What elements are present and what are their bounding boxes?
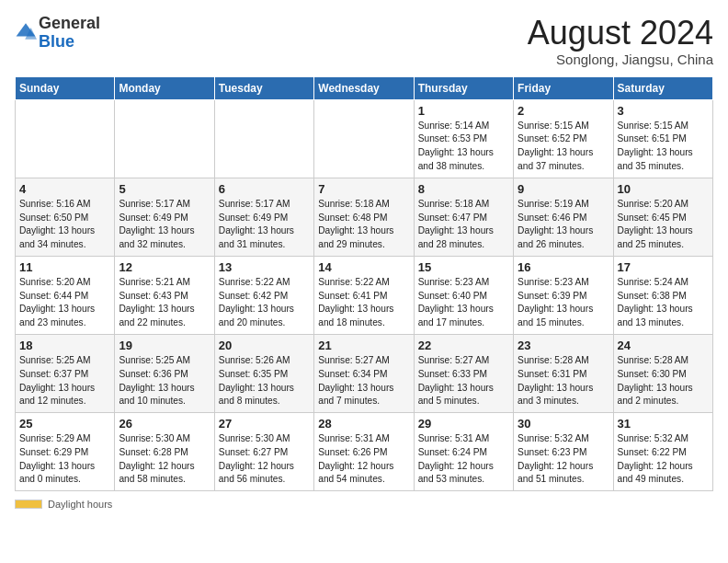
day-number: 3: [618, 104, 709, 118]
day-number: 12: [119, 260, 210, 274]
day-number: 13: [219, 260, 310, 274]
day-info: Sunrise: 5:18 AM Sunset: 6:47 PM Dayligh…: [418, 198, 509, 252]
calendar-cell: 24Sunrise: 5:28 AM Sunset: 6:30 PM Dayli…: [613, 334, 712, 412]
day-info: Sunrise: 5:28 AM Sunset: 6:31 PM Dayligh…: [518, 354, 609, 408]
day-number: 26: [119, 417, 210, 431]
calendar-cell: 5Sunrise: 5:17 AM Sunset: 6:49 PM Daylig…: [115, 178, 214, 256]
calendar-cell: 28Sunrise: 5:31 AM Sunset: 6:26 PM Dayli…: [314, 413, 414, 491]
weekday-header-tuesday: Tuesday: [214, 76, 313, 99]
calendar-cell: 4Sunrise: 5:16 AM Sunset: 6:50 PM Daylig…: [16, 178, 115, 256]
day-info: Sunrise: 5:27 AM Sunset: 6:33 PM Dayligh…: [418, 354, 509, 408]
day-info: Sunrise: 5:23 AM Sunset: 6:40 PM Dayligh…: [418, 276, 509, 330]
page-container: General Blue August 2024 Songlong, Jiang…: [15, 15, 713, 510]
day-number: 24: [618, 339, 709, 352]
weekday-header-friday: Friday: [514, 76, 613, 99]
header: General Blue August 2024 Songlong, Jiang…: [15, 15, 713, 67]
calendar-week-row: 1Sunrise: 5:14 AM Sunset: 6:53 PM Daylig…: [16, 99, 713, 178]
day-number: 2: [518, 104, 609, 118]
day-info: Sunrise: 5:20 AM Sunset: 6:45 PM Dayligh…: [618, 198, 709, 252]
day-info: Sunrise: 5:21 AM Sunset: 6:43 PM Dayligh…: [119, 276, 210, 330]
calendar-cell: 19Sunrise: 5:25 AM Sunset: 6:36 PM Dayli…: [115, 334, 214, 412]
day-info: Sunrise: 5:19 AM Sunset: 6:46 PM Dayligh…: [518, 198, 609, 252]
day-number: 11: [19, 260, 110, 274]
calendar-table: SundayMondayTuesdayWednesdayThursdayFrid…: [15, 76, 713, 492]
day-number: 8: [418, 182, 509, 196]
day-number: 25: [19, 417, 110, 431]
day-info: Sunrise: 5:31 AM Sunset: 6:24 PM Dayligh…: [418, 432, 509, 487]
logo-icon: [15, 20, 37, 42]
calendar-cell: 15Sunrise: 5:23 AM Sunset: 6:40 PM Dayli…: [414, 256, 513, 334]
calendar-cell: 29Sunrise: 5:31 AM Sunset: 6:24 PM Dayli…: [414, 413, 513, 491]
calendar-cell: 8Sunrise: 5:18 AM Sunset: 6:47 PM Daylig…: [414, 178, 513, 256]
day-number: 21: [318, 339, 409, 352]
calendar-cell: 26Sunrise: 5:30 AM Sunset: 6:28 PM Dayli…: [115, 413, 214, 491]
calendar-cell: 21Sunrise: 5:27 AM Sunset: 6:34 PM Dayli…: [314, 334, 414, 412]
day-number: 27: [219, 417, 310, 431]
day-info: Sunrise: 5:26 AM Sunset: 6:35 PM Dayligh…: [219, 354, 310, 408]
calendar-cell: 18Sunrise: 5:25 AM Sunset: 6:37 PM Dayli…: [16, 334, 115, 412]
day-info: Sunrise: 5:32 AM Sunset: 6:23 PM Dayligh…: [518, 432, 609, 487]
calendar-cell: 16Sunrise: 5:23 AM Sunset: 6:39 PM Dayli…: [514, 256, 613, 334]
calendar-cell: 31Sunrise: 5:32 AM Sunset: 6:22 PM Dayli…: [613, 413, 712, 491]
day-info: Sunrise: 5:18 AM Sunset: 6:48 PM Dayligh…: [318, 198, 409, 252]
day-number: 10: [618, 182, 709, 196]
calendar-cell: 12Sunrise: 5:21 AM Sunset: 6:43 PM Dayli…: [115, 256, 214, 334]
calendar-cell: 23Sunrise: 5:28 AM Sunset: 6:31 PM Dayli…: [514, 334, 613, 412]
day-info: Sunrise: 5:27 AM Sunset: 6:34 PM Dayligh…: [318, 354, 409, 408]
day-number: 19: [119, 339, 210, 352]
calendar-cell: 3Sunrise: 5:15 AM Sunset: 6:51 PM Daylig…: [613, 99, 712, 178]
calendar-cell: [115, 99, 214, 178]
day-number: 29: [418, 417, 509, 431]
calendar-cell: 11Sunrise: 5:20 AM Sunset: 6:44 PM Dayli…: [16, 256, 115, 334]
day-info: Sunrise: 5:14 AM Sunset: 6:53 PM Dayligh…: [418, 120, 509, 174]
day-info: Sunrise: 5:15 AM Sunset: 6:51 PM Dayligh…: [618, 120, 709, 174]
calendar-cell: 9Sunrise: 5:19 AM Sunset: 6:46 PM Daylig…: [514, 178, 613, 256]
day-number: 1: [418, 104, 509, 118]
day-info: Sunrise: 5:16 AM Sunset: 6:50 PM Dayligh…: [19, 198, 110, 252]
day-info: Sunrise: 5:25 AM Sunset: 6:37 PM Dayligh…: [19, 354, 110, 408]
day-info: Sunrise: 5:30 AM Sunset: 6:27 PM Dayligh…: [219, 432, 310, 487]
calendar-cell: 13Sunrise: 5:22 AM Sunset: 6:42 PM Dayli…: [214, 256, 313, 334]
day-info: Sunrise: 5:20 AM Sunset: 6:44 PM Dayligh…: [19, 276, 110, 330]
calendar-cell: 17Sunrise: 5:24 AM Sunset: 6:38 PM Dayli…: [613, 256, 712, 334]
calendar-cell: 20Sunrise: 5:26 AM Sunset: 6:35 PM Dayli…: [214, 334, 313, 412]
day-number: 23: [518, 339, 609, 352]
calendar-cell: 14Sunrise: 5:22 AM Sunset: 6:41 PM Dayli…: [314, 256, 414, 334]
day-info: Sunrise: 5:23 AM Sunset: 6:39 PM Dayligh…: [518, 276, 609, 330]
calendar-cell: [16, 99, 115, 178]
day-info: Sunrise: 5:32 AM Sunset: 6:22 PM Dayligh…: [618, 432, 709, 487]
day-number: 20: [219, 339, 310, 352]
calendar-cell: 22Sunrise: 5:27 AM Sunset: 6:33 PM Dayli…: [414, 334, 513, 412]
day-number: 30: [518, 417, 609, 431]
logo: General Blue: [15, 15, 100, 52]
calendar-week-row: 4Sunrise: 5:16 AM Sunset: 6:50 PM Daylig…: [16, 178, 713, 256]
day-number: 16: [518, 260, 609, 274]
title-area: August 2024 Songlong, Jiangsu, China: [528, 15, 713, 67]
calendar-cell: 2Sunrise: 5:15 AM Sunset: 6:52 PM Daylig…: [514, 99, 613, 178]
weekday-header-sunday: Sunday: [16, 76, 115, 99]
day-info: Sunrise: 5:24 AM Sunset: 6:38 PM Dayligh…: [618, 276, 709, 330]
day-number: 17: [618, 260, 709, 274]
day-info: Sunrise: 5:15 AM Sunset: 6:52 PM Dayligh…: [518, 120, 609, 174]
day-number: 15: [418, 260, 509, 274]
logo-blue-text: Blue: [39, 32, 74, 51]
calendar-cell: [214, 99, 313, 178]
calendar-week-row: 18Sunrise: 5:25 AM Sunset: 6:37 PM Dayli…: [16, 334, 713, 412]
logo-general-text: General: [39, 14, 100, 32]
daylight-bar-icon: [15, 500, 42, 509]
day-info: Sunrise: 5:22 AM Sunset: 6:41 PM Dayligh…: [318, 276, 409, 330]
subtitle: Songlong, Jiangsu, China: [528, 52, 713, 67]
day-info: Sunrise: 5:31 AM Sunset: 6:26 PM Dayligh…: [318, 432, 409, 487]
day-info: Sunrise: 5:22 AM Sunset: 6:42 PM Dayligh…: [219, 276, 310, 330]
footer-note: Daylight hours: [15, 499, 713, 510]
calendar-week-row: 11Sunrise: 5:20 AM Sunset: 6:44 PM Dayli…: [16, 256, 713, 334]
calendar-cell: 27Sunrise: 5:30 AM Sunset: 6:27 PM Dayli…: [214, 413, 313, 491]
calendar-cell: 30Sunrise: 5:32 AM Sunset: 6:23 PM Dayli…: [514, 413, 613, 491]
weekday-header-monday: Monday: [115, 76, 214, 99]
weekday-header-saturday: Saturday: [613, 76, 712, 99]
day-number: 7: [318, 182, 409, 196]
calendar-cell: 7Sunrise: 5:18 AM Sunset: 6:48 PM Daylig…: [314, 178, 414, 256]
day-number: 6: [219, 182, 310, 196]
day-info: Sunrise: 5:17 AM Sunset: 6:49 PM Dayligh…: [219, 198, 310, 252]
weekday-header-thursday: Thursday: [414, 76, 513, 99]
